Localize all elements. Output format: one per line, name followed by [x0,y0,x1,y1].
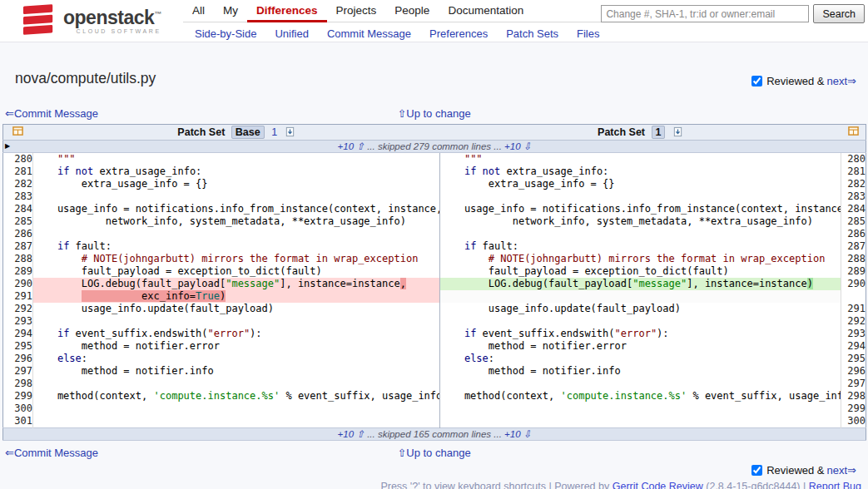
commit-message-link-bottom[interactable]: ⇐Commit Message [5,447,98,459]
tab-people[interactable]: People [385,0,439,22]
left-line-number[interactable]: 297 [3,365,33,378]
tab-my[interactable]: My [214,0,247,22]
left-patchset-1-link[interactable]: 1 [271,126,277,138]
column-config-icon-left[interactable] [12,126,23,136]
right-line-number[interactable]: 299 [841,403,866,415]
commit-message-link-top[interactable]: ⇐Commit Message [5,107,98,120]
left-line-number[interactable]: 283 [3,190,33,203]
reviewed-checkbox-top[interactable] [751,76,762,86]
next-file-link-bottom[interactable]: next⇒ [827,464,856,477]
tab-documentation[interactable]: Documentation [439,0,533,22]
right-line-number[interactable]: 292 [841,315,866,328]
right-line-number[interactable]: 300 [841,415,866,428]
right-line-number[interactable]: 297 [841,378,866,390]
file-path-title: nova/compute/utils.py [15,70,156,87]
brand-name: openstack [63,7,154,28]
skipped-lines-bottom: +10 ⇧ ... skipped 165 common lines ... +… [3,428,866,441]
left-line-number[interactable]: 292 [3,303,33,315]
diff-row: 291 exc_info=True) [3,290,866,303]
left-line-number[interactable]: 285 [3,215,33,228]
expand-up-link-top[interactable]: +10 ⇧ [338,141,365,151]
diff-row: 289 fault_payload = exception_to_dict(fa… [3,265,866,278]
diff-row: 300299 [3,403,866,415]
right-line-number[interactable]: 295 [841,353,866,365]
reviewed-checkbox-bottom[interactable] [751,465,762,476]
report-bug-link[interactable]: Report Bug [809,481,861,489]
title-row: nova/compute/utils.py Reviewed & next⇒ [0,42,868,87]
left-code-line: extra_usage_info = {} [33,178,440,190]
download-icon-right[interactable] [672,126,683,137]
left-code-line: method = notifier.info [33,365,440,378]
left-line-number[interactable]: 281 [3,165,33,178]
up-to-change-link-bottom[interactable]: ⇧Up to change [397,447,470,459]
view-preferences[interactable]: Preferences [429,27,488,40]
tab-differences[interactable]: Differences [247,0,327,22]
right-line-number[interactable]: 282 [841,178,866,190]
right-line-number[interactable]: 290 [841,278,866,290]
right-line-number[interactable]: 286 [841,228,866,240]
left-line-number[interactable]: 299 [3,390,33,403]
left-line-number[interactable]: 301 [3,415,33,428]
left-line-number[interactable]: 294 [3,328,33,340]
search-button[interactable]: Search [813,4,865,23]
tab-all[interactable]: All [183,0,214,22]
up-to-change-link-top[interactable]: ⇧Up to change [397,107,470,120]
left-line-number[interactable]: 298 [3,378,33,390]
left-patchset-current[interactable]: Base [231,126,265,139]
right-line-number[interactable]: 288 [841,253,866,265]
expand-down-link-top[interactable]: +10 ⇩ [504,141,531,151]
left-line-number[interactable]: 290 [3,278,33,290]
openstack-logo[interactable]: openstack™ CLOUD SOFTWARE [22,3,161,37]
right-line-number[interactable]: 293 [841,328,866,340]
tab-projects[interactable]: Projects [327,0,386,22]
view-unified[interactable]: Unified [275,27,308,40]
right-line-number[interactable]: 284 [841,203,866,215]
gerrit-link[interactable]: Gerrit Code Review [613,481,703,489]
left-line-number[interactable]: 295 [3,340,33,353]
right-line-number[interactable]: 283 [841,190,866,203]
view-patch-sets[interactable]: Patch Sets [506,27,558,40]
search-input[interactable] [601,5,809,22]
left-line-number[interactable]: 289 [3,265,33,278]
diff-row: 280 """ """280 [3,153,866,166]
left-code-line: network_info, system_metadata, **extra_u… [33,215,440,228]
left-line-number[interactable]: 300 [3,403,33,415]
left-line-number[interactable]: 288 [3,253,33,265]
left-line-number[interactable]: 293 [3,315,33,328]
next-file-link-top[interactable]: next⇒ [827,75,856,87]
patchset-header-row: Patch Set Base 1 Patch Set 1 [3,125,866,141]
left-line-number[interactable]: 287 [3,240,33,253]
left-line-number[interactable]: 280 [3,153,33,166]
right-line-number[interactable]: 280 [841,153,866,166]
diff-row: 285 network_info, system_metadata, **ext… [3,215,866,228]
left-line-number[interactable]: 282 [3,178,33,190]
download-icon-left[interactable] [285,126,295,137]
right-line-number[interactable]: 291 [841,303,866,315]
right-patchset-current[interactable]: 1 [652,126,666,139]
diff-row: 282 extra_usage_info = {} extra_usage_in… [3,178,866,190]
right-line-number[interactable]: 298 [841,390,866,403]
left-line-number[interactable]: 284 [3,203,33,215]
left-line-number[interactable]: 286 [3,228,33,240]
right-code-line [440,403,841,415]
left-line-number[interactable]: 296 [3,353,33,365]
expand-down-link-bottom[interactable]: +10 ⇩ [504,429,531,439]
right-line-number[interactable]: 294 [841,340,866,353]
left-code-line: if not extra_usage_info: [33,165,440,178]
left-code-line [33,378,440,390]
view-commit-message[interactable]: Commit Message [327,27,411,40]
right-code-line: method(context, 'compute.instance.%s' % … [440,390,841,403]
right-line-number[interactable]: 296 [841,365,866,378]
view-side-by-side[interactable]: Side-by-Side [195,27,256,40]
right-code-line [440,378,841,390]
reviewed-control-top: Reviewed & next⇒ [751,75,856,87]
right-line-number[interactable]: 281 [841,165,866,178]
left-line-number[interactable]: 291 [3,290,33,303]
column-config-icon-right[interactable] [848,126,859,136]
right-line-number[interactable]: 287 [841,240,866,253]
view-files[interactable]: Files [577,27,599,40]
right-line-number[interactable]: 285 [841,215,866,228]
right-line-number[interactable]: 289 [841,265,866,278]
right-line-number[interactable] [841,290,866,303]
expand-up-link-bottom[interactable]: +10 ⇧ [338,429,365,439]
